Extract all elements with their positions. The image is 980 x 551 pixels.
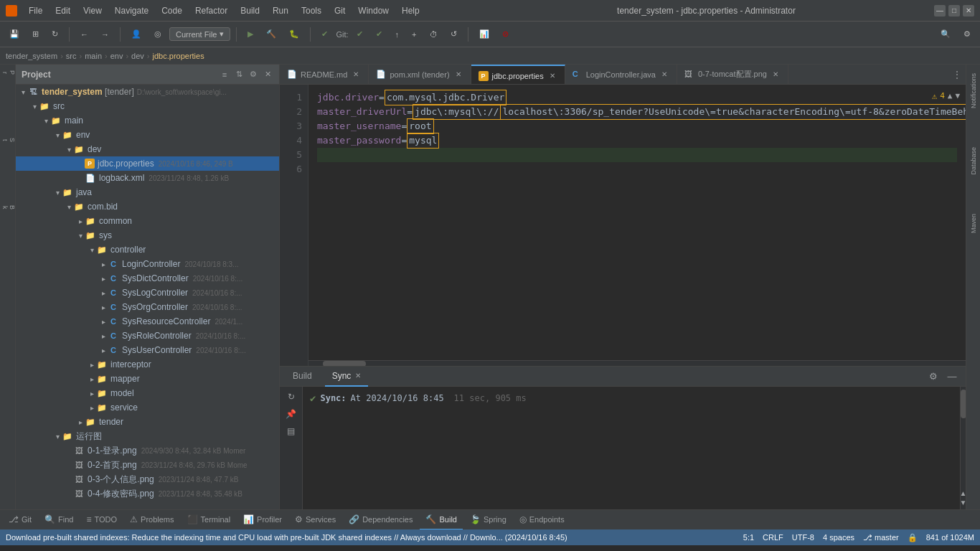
tree-item-jdbc-properties[interactable]: P jdbc.properties 2024/10/16 8:46, 249 B xyxy=(16,156,279,171)
tree-item-combid[interactable]: ▾ 📁 com.bid xyxy=(16,199,279,214)
status-vcs[interactable]: ⎇ master xyxy=(863,533,899,542)
menu-git[interactable]: Git xyxy=(329,4,351,17)
build-filter-btn[interactable]: ▤ xyxy=(284,424,298,438)
menu-window[interactable]: Window xyxy=(352,4,395,17)
toolbar-debug-btn[interactable]: 🐛 xyxy=(284,26,304,43)
toolbar-profile-btn[interactable]: 👤 xyxy=(126,26,146,43)
structure-side-label[interactable]: Stru xyxy=(0,135,16,145)
tab-close-tomcat[interactable]: ✕ xyxy=(771,70,781,80)
toolbar-git-pull-btn[interactable]: + xyxy=(407,26,421,43)
toolbar-settings-btn[interactable]: ⚙ xyxy=(958,26,976,43)
tab-profiler[interactable]: 📊 Profiler xyxy=(237,510,288,530)
breadcrumb-dev[interactable]: dev xyxy=(131,52,144,60)
tree-item-syslogcontroller[interactable]: ▸ C SysLogController 2024/10/16 8:... xyxy=(16,286,279,300)
tab-jdbc-properties[interactable]: P jdbc.properties ✕ xyxy=(471,65,565,84)
tab-spring[interactable]: 🍃 Spring xyxy=(464,510,512,530)
tab-tomcat-png[interactable]: 🖼 0-7-tomcat配置.png ✕ xyxy=(677,65,788,84)
breadcrumb-jdbc-properties[interactable]: jdbc.properties xyxy=(153,52,204,60)
tree-item-logback[interactable]: 📄 logback.xml 2023/11/24 8:48, 1.26 kB xyxy=(16,171,279,185)
toolbar-git-revert-btn[interactable]: ↺ xyxy=(446,26,462,43)
tab-close-pom[interactable]: ✕ xyxy=(453,70,463,80)
menu-build[interactable]: Build xyxy=(235,4,265,17)
warning-up-btn[interactable]: ▲ xyxy=(948,89,953,103)
menu-view[interactable]: View xyxy=(77,4,108,17)
current-file-selector[interactable]: Current File ▾ xyxy=(169,27,230,41)
menu-navigate[interactable]: Navigate xyxy=(109,4,154,17)
panel-settings-btn[interactable]: ⚙ xyxy=(248,69,259,80)
build-pin-btn[interactable]: 📌 xyxy=(284,407,298,421)
build-scroll-bottom-btn[interactable]: ▼ xyxy=(960,499,966,507)
toolbar-git-commit-btn[interactable]: ✔ xyxy=(371,26,387,43)
tree-item-common[interactable]: ▸ 📁 common xyxy=(16,214,279,228)
build-refresh-btn[interactable]: ↻ xyxy=(284,390,298,404)
tree-item-dev[interactable]: ▾ 📁 dev xyxy=(16,142,279,156)
toolbar-target-btn[interactable]: ◎ xyxy=(149,26,166,43)
minimize-button[interactable]: — xyxy=(934,5,946,17)
toolbar-git-check-btn[interactable]: ✔ xyxy=(316,26,333,43)
tab-todo[interactable]: ≡ TODO xyxy=(80,510,123,530)
toolbar-forward-btn[interactable]: → xyxy=(96,26,114,43)
tab-pom[interactable]: 📄 pom.xml (tender) ✕ xyxy=(369,65,471,84)
tab-find[interactable]: 🔍 Find xyxy=(39,510,79,530)
maximize-button[interactable]: □ xyxy=(948,5,960,17)
tab-dependencies[interactable]: 🔗 Dependencies xyxy=(343,510,418,530)
tree-item-img4[interactable]: 🖼 0-4-修改密码.png 2023/11/24 8:48, 35.48 kB xyxy=(16,486,279,501)
breadcrumb-tender-system[interactable]: tender_system xyxy=(6,52,57,60)
menu-code[interactable]: Code xyxy=(156,4,188,17)
status-line-ending[interactable]: CRLF xyxy=(763,533,783,542)
menu-help[interactable]: Help xyxy=(396,4,425,17)
toolbar-run-btn[interactable]: ▶ xyxy=(242,26,258,43)
toolbar-git-ok-btn[interactable]: ✔ xyxy=(352,26,368,43)
maven-panel-label[interactable]: Maven xyxy=(969,208,979,239)
tree-item-logincontroller[interactable]: ▸ C LoginController 2024/10/18 8:3... xyxy=(16,257,279,271)
tab-readme[interactable]: 📄 README.md ✕ xyxy=(280,65,369,84)
tree-item-env[interactable]: ▾ 📁 env xyxy=(16,128,279,142)
menu-tools[interactable]: Tools xyxy=(296,4,327,17)
tab-close-jdbc[interactable]: ✕ xyxy=(547,71,557,81)
tree-item-java[interactable]: ▾ 📁 java xyxy=(16,185,279,199)
toolbar-build-btn[interactable]: 🔨 xyxy=(261,26,281,43)
tab-terminal[interactable]: ⬛ Terminal xyxy=(182,510,237,530)
menu-file[interactable]: File xyxy=(23,4,48,17)
tree-item-sysdictcontroller[interactable]: ▸ C SysDictController 2024/10/16 8:... xyxy=(16,271,279,286)
status-indent[interactable]: 4 spaces xyxy=(823,533,854,542)
breadcrumb-src[interactable]: src xyxy=(66,52,77,60)
tree-item-sysresourcecontroller[interactable]: ▸ C SysResourceController 2024/1... xyxy=(16,314,279,329)
build-tab-sync[interactable]: Sync ✕ xyxy=(325,367,369,387)
close-button[interactable]: ✕ xyxy=(963,5,974,17)
tab-endpoints[interactable]: ◎ Endpoints xyxy=(514,510,570,530)
warning-down-btn[interactable]: ▼ xyxy=(955,89,960,103)
status-memory[interactable]: 841 of 1024M xyxy=(926,533,974,542)
toolbar-save-btn[interactable]: 💾 xyxy=(4,26,24,43)
tree-item-sys[interactable]: ▾ 📁 sys xyxy=(16,228,279,242)
tree-item-model[interactable]: ▸ 📁 model xyxy=(16,386,279,400)
build-settings-btn[interactable]: ⚙ xyxy=(925,369,941,385)
sort-btn[interactable]: ⇅ xyxy=(233,69,245,80)
tab-logincontroller[interactable]: C LoginController.java ✕ xyxy=(565,65,677,84)
toolbar-back-btn[interactable]: ← xyxy=(75,26,93,43)
tree-item-img3[interactable]: 🖼 0-3-个人信息.png 2023/11/24 8:48, 47.7 kB xyxy=(16,472,279,486)
tree-item-sysusercontroller[interactable]: ▸ C SysUserController 2024/10/16 8:... xyxy=(16,343,279,357)
tab-close-readme[interactable]: ✕ xyxy=(351,70,361,80)
toolbar-git-history-btn[interactable]: ⏱ xyxy=(425,26,443,43)
code-content[interactable]: ⚠ 4 ▲ ▼ jdbc.driver=com.mysql.jdbc.Drive… xyxy=(308,85,966,366)
status-position[interactable]: 5:1 xyxy=(743,533,754,542)
database-panel-label[interactable]: Database xyxy=(969,141,979,181)
toolbar-stop-btn[interactable]: ⊘ xyxy=(497,26,514,43)
tree-item-mapper[interactable]: ▸ 📁 mapper xyxy=(16,372,279,386)
project-side-label[interactable]: Proj xyxy=(0,67,16,77)
tree-item-tender[interactable]: ▸ 📁 tender xyxy=(16,415,279,429)
tree-item-controller[interactable]: ▾ 📁 controller xyxy=(16,242,279,257)
tree-item-main[interactable]: ▾ 📁 main xyxy=(16,113,279,128)
collapse-all-btn[interactable]: ≡ xyxy=(219,69,230,80)
tab-git[interactable]: ⎇ Git xyxy=(3,510,37,530)
tab-close-logincontroller[interactable]: ✕ xyxy=(659,70,669,80)
tree-item-sysrolecontroller[interactable]: ▸ C SysRoleController 2024/10/16 8:... xyxy=(16,329,279,343)
toolbar-git-push-btn[interactable]: ↑ xyxy=(390,26,405,43)
build-close-btn[interactable]: — xyxy=(944,369,960,385)
breadcrumb-env[interactable]: env xyxy=(110,52,123,60)
breadcrumb-main[interactable]: main xyxy=(85,52,102,60)
notifications-panel-label[interactable]: Notifications xyxy=(969,67,979,114)
tab-build[interactable]: 🔨 Build xyxy=(420,510,462,530)
tree-item-sysorgcontroller[interactable]: ▸ C SysOrgController 2024/10/16 8:... xyxy=(16,300,279,314)
